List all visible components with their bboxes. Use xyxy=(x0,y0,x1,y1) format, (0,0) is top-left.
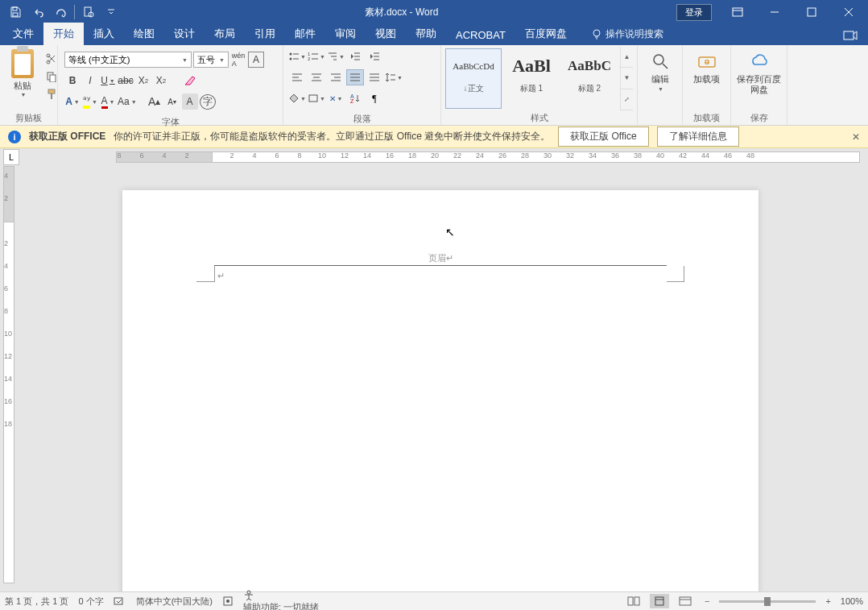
increase-indent-icon[interactable] xyxy=(366,48,383,64)
font-size-select[interactable]: 五号▼ xyxy=(193,52,229,68)
redo-icon[interactable] xyxy=(52,3,69,21)
read-mode-icon[interactable] xyxy=(624,594,643,608)
accessibility-status[interactable]: 辅助功能: 一切就绪 xyxy=(243,590,319,611)
clear-formatting-icon[interactable] xyxy=(182,73,198,89)
enclose-char-icon[interactable]: 字 xyxy=(200,93,216,110)
underline-button[interactable]: U▼ xyxy=(100,73,116,89)
tab-mailings[interactable]: 邮件 xyxy=(285,23,325,45)
phonetic-guide-icon[interactable]: wénA xyxy=(230,52,246,68)
styles-scroll-down-icon[interactable]: ▼ xyxy=(621,68,633,89)
superscript-button[interactable]: X2 xyxy=(153,73,169,89)
tab-home[interactable]: 开始 xyxy=(43,23,84,45)
document-scroll[interactable]: 页眉↵ ↖ ↵ xyxy=(18,166,868,591)
save-icon[interactable] xyxy=(6,3,24,21)
print-preview-icon[interactable] xyxy=(80,3,97,21)
style-heading1[interactable]: AaBl 标题 1 xyxy=(503,48,560,109)
text-effects-icon[interactable]: A▼ xyxy=(64,93,81,110)
tab-references[interactable]: 引用 xyxy=(245,23,285,45)
share-icon[interactable] xyxy=(836,29,865,45)
char-border-icon[interactable]: A xyxy=(248,52,264,68)
tab-acrobat[interactable]: ACROBAT xyxy=(446,25,515,45)
style-heading2[interactable]: AaBbC 标题 2 xyxy=(561,48,618,109)
paragraph-label: 段落 xyxy=(287,111,437,126)
multilevel-list-icon[interactable]: ▼ xyxy=(327,48,345,64)
addin-button[interactable]: + 加载项 xyxy=(688,47,726,85)
line-spacing-icon[interactable]: ▼ xyxy=(385,69,403,85)
tab-file[interactable]: 文件 xyxy=(3,23,43,45)
shrink-font-icon[interactable]: A▾ xyxy=(164,93,180,110)
learn-more-button[interactable]: 了解详细信息 xyxy=(657,127,739,147)
close-button[interactable] xyxy=(831,0,866,24)
header-label: 页眉↵ xyxy=(428,252,453,264)
shading-icon[interactable]: ▼ xyxy=(288,90,306,106)
font-color-icon[interactable]: A▼ xyxy=(100,93,116,110)
styles-expand-icon[interactable]: ⤢ xyxy=(621,89,633,110)
ribbon-display-options-icon[interactable] xyxy=(720,0,755,24)
cut-icon[interactable] xyxy=(43,52,60,66)
minimize-button[interactable] xyxy=(757,0,792,24)
qat-customize-icon[interactable] xyxy=(102,3,120,21)
save-baidu-button[interactable]: 保存到百度网盘 xyxy=(735,47,783,95)
copy-icon[interactable] xyxy=(43,69,60,84)
zoom-level[interactable]: 100% xyxy=(841,596,863,606)
tab-help[interactable]: 帮助 xyxy=(406,23,446,45)
align-right-icon[interactable] xyxy=(327,69,345,85)
page-indicator[interactable]: 第 1 页，共 1 页 xyxy=(5,595,68,608)
bullets-icon[interactable]: ▼ xyxy=(288,48,306,64)
zoom-out-button[interactable]: − xyxy=(701,596,713,606)
zoom-in-button[interactable]: + xyxy=(822,596,833,606)
page-header-zone[interactable]: 页眉↵ ↖ xyxy=(214,235,667,266)
bold-button[interactable]: B xyxy=(64,73,81,89)
styles-scroll-up-icon[interactable]: ▲ xyxy=(621,47,633,68)
page[interactable]: 页眉↵ ↖ ↵ xyxy=(122,190,758,591)
horizontal-ruler[interactable]: 8642246810121416182022242628303234363840… xyxy=(116,148,868,166)
paste-button[interactable]: 粘贴 ▼ xyxy=(6,48,39,98)
decrease-indent-icon[interactable] xyxy=(346,48,364,64)
undo-icon[interactable] xyxy=(29,3,47,21)
sort-icon[interactable]: AZ xyxy=(346,90,364,106)
asian-layout-icon[interactable]: ✕▼ xyxy=(327,90,345,106)
ruler-tick-label: 42 xyxy=(679,151,687,160)
maximize-button[interactable] xyxy=(794,0,829,24)
style-normal[interactable]: AaBbCcDd ↓正文 xyxy=(445,48,502,109)
mouse-cursor-icon: ↖ xyxy=(445,226,455,239)
strikethrough-button[interactable]: abc xyxy=(118,73,134,89)
subscript-button[interactable]: X2 xyxy=(135,73,151,89)
borders-icon[interactable]: ▼ xyxy=(308,90,325,106)
format-painter-icon[interactable] xyxy=(43,87,60,102)
font-family-select[interactable]: 等线 (中文正文)▼ xyxy=(64,52,192,68)
word-count[interactable]: 0 个字 xyxy=(78,595,103,608)
editing-button[interactable]: 编辑 ▼ xyxy=(641,47,679,92)
macro-icon[interactable] xyxy=(222,595,234,607)
close-warning-icon[interactable]: ✕ xyxy=(852,131,860,143)
distribute-icon[interactable] xyxy=(366,69,383,85)
tab-view[interactable]: 视图 xyxy=(366,23,406,45)
vertical-ruler[interactable]: 4224681012141618 xyxy=(0,166,18,591)
numbering-icon[interactable]: 12▼ xyxy=(308,48,325,64)
italic-button[interactable]: I xyxy=(82,73,98,89)
align-left-icon[interactable] xyxy=(288,69,306,85)
tab-selector[interactable]: L xyxy=(3,149,19,165)
tab-layout[interactable]: 布局 xyxy=(205,23,245,45)
login-button[interactable]: 登录 xyxy=(676,4,712,21)
tab-insert[interactable]: 插入 xyxy=(84,23,124,45)
tell-me-search[interactable]: 操作说明搜索 xyxy=(583,23,672,45)
get-genuine-button[interactable]: 获取正版 Office xyxy=(558,127,648,147)
show-marks-icon[interactable]: ¶ xyxy=(366,90,383,106)
align-justify-icon[interactable] xyxy=(346,69,364,85)
tab-draw[interactable]: 绘图 xyxy=(124,23,164,45)
warn-title: 获取正版 OFFICE xyxy=(29,130,105,143)
zoom-slider[interactable] xyxy=(719,600,816,603)
web-layout-icon[interactable] xyxy=(676,594,695,608)
language-indicator[interactable]: 简体中文(中国大陆) xyxy=(136,595,213,608)
highlight-icon[interactable]: ᵃʸ▼ xyxy=(82,93,98,110)
print-layout-icon[interactable] xyxy=(650,594,669,608)
tab-baidu[interactable]: 百度网盘 xyxy=(515,23,577,45)
spell-check-icon[interactable] xyxy=(114,595,126,607)
align-center-icon[interactable] xyxy=(308,69,325,85)
tab-design[interactable]: 设计 xyxy=(164,23,205,45)
tab-review[interactable]: 审阅 xyxy=(325,23,366,45)
grow-font-icon[interactable]: A▴ xyxy=(147,93,163,110)
char-shading-icon[interactable]: A xyxy=(182,93,198,110)
change-case-icon[interactable]: Aa▼ xyxy=(118,93,137,110)
